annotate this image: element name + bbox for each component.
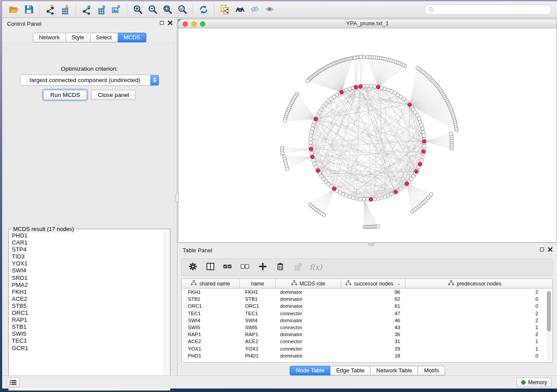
search-input[interactable]: [434, 5, 551, 14]
graph-dominator-node[interactable]: [405, 182, 409, 186]
graph-node[interactable]: [419, 158, 423, 162]
result-list-item[interactable]: SRD1: [12, 275, 170, 282]
criterion-dropdown[interactable]: largest connected component (undirected): [20, 75, 159, 86]
graph-dominator-node[interactable]: [354, 85, 358, 89]
table-scrollbar[interactable]: [547, 290, 551, 361]
graph-node[interactable]: [366, 84, 369, 88]
graph-dominator-node[interactable]: [309, 147, 313, 151]
import-network-button[interactable]: [43, 3, 58, 16]
graph-dominator-node[interactable]: [340, 90, 344, 94]
table-row[interactable]: ACE2ACE2connector311: [182, 338, 552, 345]
graph-node[interactable]: [309, 141, 312, 144]
graph-satellite-node[interactable]: [366, 55, 369, 59]
graph-node[interactable]: [345, 194, 348, 197]
result-list-item[interactable]: TID3: [12, 253, 170, 260]
tab-node-table[interactable]: Node Table: [290, 366, 331, 375]
graph-node[interactable]: [422, 144, 426, 148]
table-row[interactable]: RAP1RAP1dominator352: [182, 331, 552, 338]
graph-satellite-node[interactable]: [280, 151, 284, 155]
close-window-icon[interactable]: [183, 21, 188, 27]
graph-node[interactable]: [366, 198, 369, 201]
result-scrollbar[interactable]: [164, 230, 170, 390]
graph-dominator-node[interactable]: [369, 197, 373, 201]
graph-dominator-node[interactable]: [332, 187, 336, 191]
vertical-splitter-handle[interactable]: [176, 193, 179, 202]
show-panels-button[interactable]: [7, 378, 20, 387]
add-column-button[interactable]: [257, 261, 268, 273]
graph-node[interactable]: [310, 130, 313, 134]
graph-satellite-node[interactable]: [416, 66, 419, 70]
graph-node[interactable]: [421, 130, 425, 134]
zoom-in-button[interactable]: [130, 3, 145, 16]
graph-node[interactable]: [348, 195, 352, 198]
column-header-MCDS-role[interactable]: MCDS role: [276, 279, 341, 288]
graph-node[interactable]: [355, 196, 358, 200]
graph-node[interactable]: [419, 124, 423, 127]
close-panel-button[interactable]: Close panel: [91, 90, 136, 100]
result-list-item[interactable]: RAP1: [12, 316, 170, 323]
graph-dominator-node[interactable]: [422, 139, 426, 143]
network-window-titlebar[interactable]: YPA_prune.txt_1: [178, 19, 557, 28]
result-list-item[interactable]: SWI5: [12, 330, 170, 337]
result-list-item[interactable]: YOX1: [12, 260, 170, 267]
delete-column-button[interactable]: [274, 261, 286, 273]
horizontal-splitter-handle[interactable]: [368, 242, 374, 246]
table-row[interactable]: STB1STB1dominator620: [182, 296, 552, 303]
graph-node[interactable]: [376, 196, 380, 200]
minimize-window-icon[interactable]: [191, 21, 197, 27]
settings-button[interactable]: [187, 261, 198, 273]
zoom-fit-button[interactable]: [160, 3, 175, 16]
graph-dominator-node[interactable]: [422, 150, 426, 154]
result-list-item[interactable]: FKH1: [12, 289, 170, 296]
mcds-result-list[interactable]: PHD1CAR1STP4TID3YOX1SWI4SRD1PMA2FKH1ACE2…: [9, 229, 170, 352]
table-row[interactable]: TEC1TEC1connector472: [182, 310, 552, 317]
graph-dominator-node[interactable]: [316, 169, 320, 173]
select-all-button[interactable]: [222, 261, 233, 273]
result-list-item[interactable]: ACE2: [12, 296, 170, 303]
show-columns-button[interactable]: [204, 261, 216, 273]
graph-node[interactable]: [309, 138, 312, 141]
graph-satellite-node[interactable]: [322, 213, 326, 217]
close-table-panel-icon[interactable]: [548, 247, 553, 252]
graph-dominator-node[interactable]: [418, 162, 422, 166]
graph-satellite-node[interactable]: [353, 56, 356, 59]
tab-network-table[interactable]: Network Table: [370, 366, 418, 375]
table-row[interactable]: SWI5SWI5connector431: [182, 324, 552, 331]
table-row[interactable]: ORC1ORC1dominator610: [182, 303, 552, 309]
refresh-network-button[interactable]: [196, 3, 211, 16]
tab-motifs[interactable]: Motifs: [418, 366, 445, 375]
column-header-shared-name[interactable]: shared name: [182, 279, 240, 288]
zoom-selected-button[interactable]: [175, 3, 190, 16]
table-row[interactable]: SWI4SWI4dominator462: [182, 317, 552, 324]
graph-node[interactable]: [351, 196, 355, 199]
table-row[interactable]: YOX1YOX1connector291: [182, 345, 552, 352]
graph-node[interactable]: [348, 87, 352, 90]
result-list-item[interactable]: CAR1: [12, 239, 170, 246]
open-file-button[interactable]: [7, 3, 21, 16]
graph-node[interactable]: [421, 127, 424, 130]
table-row[interactable]: FKH1FKH1dominator962: [182, 289, 552, 296]
network-view-window[interactable]: YPA_prune.txt_1: [178, 19, 557, 243]
show-all-button[interactable]: [262, 3, 277, 16]
graph-dominator-node[interactable]: [359, 85, 363, 89]
graph-dominator-node[interactable]: [376, 85, 380, 89]
save-session-button[interactable]: [21, 3, 36, 16]
graph-dominator-node[interactable]: [311, 155, 315, 159]
maximize-window-icon[interactable]: [200, 21, 205, 27]
network-graph-canvas[interactable]: [178, 28, 557, 242]
graph-node[interactable]: [383, 87, 387, 90]
graph-dominator-node[interactable]: [314, 117, 318, 121]
graph-satellite-node[interactable]: [283, 119, 287, 122]
graph-node[interactable]: [422, 134, 426, 138]
graph-node[interactable]: [380, 196, 383, 199]
table-row[interactable]: PHD1PHD1dominator180: [182, 352, 552, 359]
graph-dominator-node[interactable]: [415, 169, 419, 173]
result-list-item[interactable]: PHD1: [12, 232, 170, 239]
tab-edge-table[interactable]: Edge Table: [330, 366, 370, 375]
search-box[interactable]: [424, 4, 552, 15]
node-table[interactable]: shared namenameMCDS rolesuccessor nodes⌄…: [181, 279, 553, 363]
tab-select[interactable]: Select: [90, 33, 118, 42]
export-network-button[interactable]: [79, 3, 94, 16]
import-table-button[interactable]: [58, 3, 73, 16]
memory-button[interactable]: Memory: [516, 378, 552, 387]
